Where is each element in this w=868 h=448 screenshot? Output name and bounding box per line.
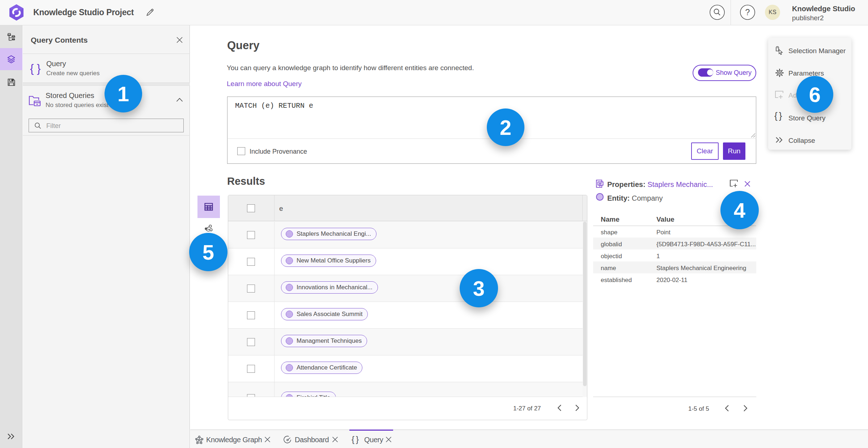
svg-text:?: ? <box>745 8 750 17</box>
